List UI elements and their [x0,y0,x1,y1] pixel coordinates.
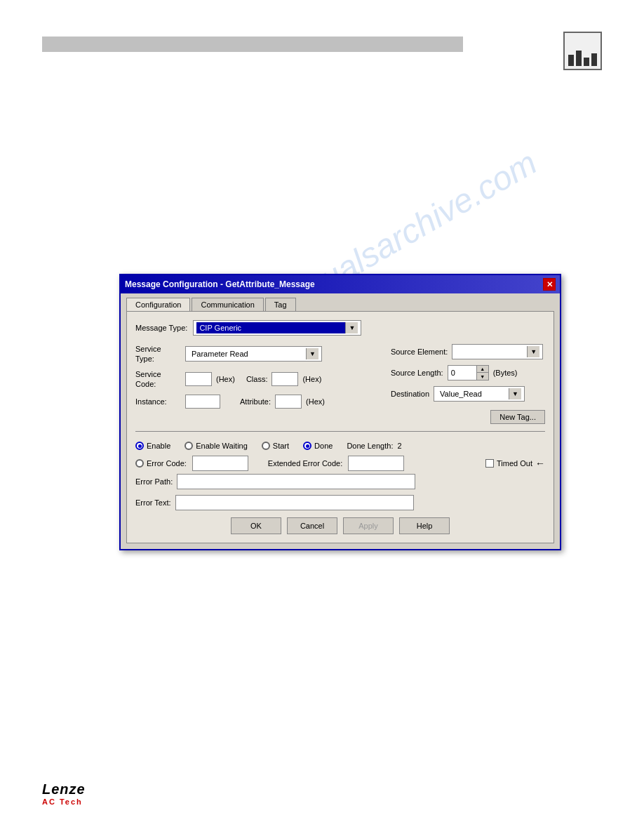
radio-done-circle [303,442,311,450]
new-tag-button[interactable]: New Tag... [490,410,545,424]
icon-bar-2 [576,51,582,66]
dialog-title: Message Configuration - GetAttribute_Mes… [125,279,315,289]
destination-row: Destination Value_Read ▼ [391,386,545,402]
lenze-logo: Lenze AC Tech [42,781,86,806]
icon-bar-1 [568,55,574,66]
service-type-value: Parameter Read [189,348,306,359]
source-element-label: Source Element: [391,348,448,356]
spinner-up[interactable]: ▲ [477,366,488,373]
dialog-window: Message Configuration - GetAttribute_Mes… [119,274,561,550]
error-text-input[interactable] [175,495,414,510]
apply-button[interactable]: Apply [343,517,394,534]
source-length-spinner[interactable]: ▲ ▼ [448,365,489,380]
timed-out-row: Timed Out ← [485,458,545,469]
source-length-unit: (Bytes) [493,369,518,377]
top-right-icon [563,32,602,70]
radio-start: Start [262,442,289,450]
radio-start-label: Start [273,442,289,450]
timed-out-checkbox[interactable] [485,459,494,468]
instance-label: Instance: [135,397,181,406]
two-column-section: ServiceType: Parameter Read ▼ ServiceCod… [135,344,545,424]
instance-row: Instance: 100 Attribute: 1 (Hex) [135,395,382,409]
error-code-input[interactable] [192,456,248,471]
icon-bars [568,51,597,66]
new-tag-row: New Tag... [391,407,545,424]
error-text-row: Error Text: [135,495,545,510]
source-element-arrow: ▼ [527,346,539,357]
error-code-row: Error Code: Extended Error Code: Timed O… [135,456,545,471]
source-length-label: Source Length: [391,369,443,377]
attribute-input[interactable]: 1 [275,395,302,409]
instance-input[interactable]: 100 [185,395,220,409]
tab-communication[interactable]: Communication [192,298,263,311]
service-code-row: ServiceCode: e (Hex) Class: f (Hex) [135,369,382,389]
tab-configuration[interactable]: Configuration [126,298,190,311]
error-path-input[interactable] [177,474,415,489]
radio-enable-waiting: Enable Waiting [185,442,248,450]
radio-done: Done [303,442,333,450]
right-column: Source Element: ▼ Source Length: ▲ ▼ [391,344,545,424]
radio-enable-dot [138,444,142,448]
lenze-sub: AC Tech [42,797,86,806]
source-element-dropdown[interactable]: ▼ [452,344,543,359]
attribute-label: Attribute: [240,397,271,406]
source-length-input[interactable] [448,366,476,380]
service-code-hex: (Hex) [216,375,235,383]
error-code-label: Error Code: [147,459,187,468]
close-button[interactable]: ✕ [543,278,556,291]
title-bar: Message Configuration - GetAttribute_Mes… [121,275,560,293]
destination-dropdown[interactable]: Value_Read ▼ [434,386,525,402]
tab-bar: Configuration Communication Tag [121,293,560,311]
radio-done-label: Done [314,442,333,450]
separator [135,431,545,432]
help-button[interactable]: Help [399,517,450,534]
done-length-label: Done Length: 2 [347,442,401,450]
destination-label: Destination [391,390,429,398]
extended-error-label: Extended Error Code: [268,459,342,468]
radio-enable: Enable [135,442,170,450]
spinner-buttons: ▲ ▼ [476,366,488,380]
source-length-row: Source Length: ▲ ▼ (Bytes) [391,365,545,380]
class-input[interactable]: f [271,372,298,386]
radio-enable-waiting-circle [185,442,193,450]
radio-error-code: Error Code: [135,459,187,468]
icon-bar-4 [591,53,597,66]
status-bar: Enable Enable Waiting Start Done [135,439,545,453]
extended-error-input[interactable] [348,456,404,471]
button-bar: OK Cancel Apply Help [135,517,545,534]
error-path-label: Error Path: [135,477,173,486]
message-type-arrow: ▼ [345,322,358,333]
service-type-row: ServiceType: Parameter Read ▼ [135,344,382,364]
service-code-input[interactable]: e [185,372,212,386]
left-column: ServiceType: Parameter Read ▼ ServiceCod… [135,344,382,424]
radio-done-dot [306,444,309,448]
icon-bar-3 [584,58,589,66]
message-type-label: Message Type: [135,324,187,332]
destination-arrow: ▼ [509,388,521,399]
radio-enable-circle [135,442,144,450]
cancel-button[interactable]: Cancel [287,517,337,534]
service-code-label: ServiceCode: [135,370,161,388]
service-type-arrow: ▼ [306,348,318,359]
message-type-value: CIP Generic [196,322,345,333]
timed-out-label: Timed Out [497,459,532,468]
service-type-dropdown[interactable]: Parameter Read ▼ [185,346,322,362]
radio-enable-waiting-label: Enable Waiting [196,442,248,450]
ok-button[interactable]: OK [231,517,281,534]
class-hex: (Hex) [302,375,321,383]
destination-value: Value_Read [437,388,509,399]
error-path-row: Error Path: [135,474,545,489]
lenze-brand: Lenze [42,781,86,797]
error-text-label: Error Text: [135,498,171,507]
spinner-down[interactable]: ▼ [477,373,488,380]
message-type-dropdown[interactable]: CIP Generic ▼ [193,320,361,336]
top-bar [42,37,463,52]
dialog-content: Message Type: CIP Generic ▼ ServiceType:… [126,311,554,543]
tab-tag[interactable]: Tag [265,298,296,311]
radio-start-circle [262,442,270,450]
attribute-hex: (Hex) [306,397,325,406]
message-type-row: Message Type: CIP Generic ▼ [135,320,545,336]
timed-out-arrow: ← [535,458,545,469]
class-label: Class: [246,375,268,383]
source-element-row: Source Element: ▼ [391,344,545,359]
